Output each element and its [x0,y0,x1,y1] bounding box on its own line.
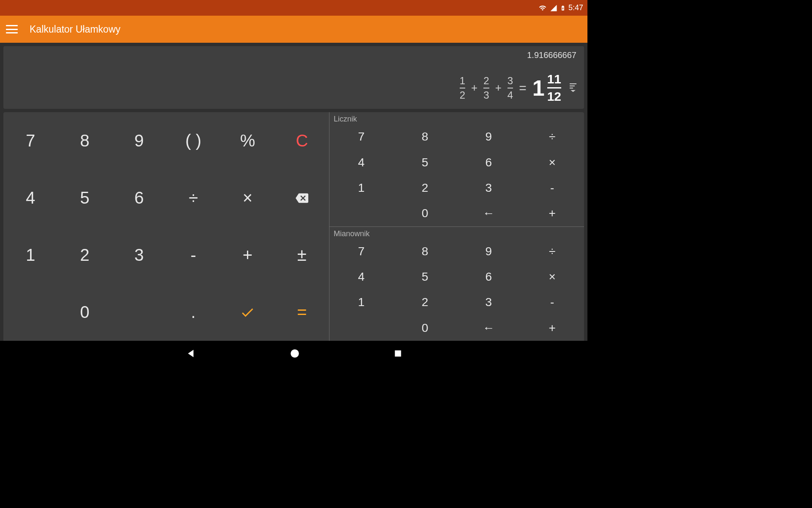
den-key-divide[interactable]: ÷ [521,239,584,264]
key-9[interactable]: 9 [112,112,166,169]
key-clear[interactable]: C [275,112,329,169]
nav-home-icon[interactable] [289,348,300,361]
numerator-label: Licznik [329,112,584,124]
svg-rect-1 [395,350,401,356]
num-key-4[interactable]: 4 [329,149,393,175]
den-key-3[interactable]: 3 [457,290,521,315]
den-key-minus[interactable]: - [521,290,584,315]
key-8[interactable]: 8 [58,112,112,169]
key-plusminus[interactable]: ± [275,226,329,284]
num-key-3[interactable]: 3 [457,175,521,201]
den-key-back[interactable]: ← [457,315,521,341]
num-key-plus[interactable]: + [521,201,584,226]
den-key-0[interactable]: 0 [393,315,457,341]
den-key-8[interactable]: 8 [393,239,457,264]
denominator-label: Mianownik [329,227,584,239]
key-blank [3,284,58,341]
num-key-5[interactable]: 5 [393,149,457,175]
key-equals[interactable]: = [275,284,329,341]
key-3[interactable]: 3 [112,226,166,284]
equals-sign: = [519,81,527,95]
num-key-1[interactable]: 1 [329,175,393,201]
fraction-keypad: Licznik 7 8 9 ÷ 4 5 6 × 1 2 3 - [329,112,584,341]
den-key-2[interactable]: 2 [393,290,457,315]
key-minus[interactable]: - [166,226,220,284]
nav-back-icon[interactable] [185,348,196,361]
num-key-6[interactable]: 6 [457,149,521,175]
status-bar: 5:47 [0,0,587,16]
den-key-multiply[interactable]: × [521,264,584,290]
key-4[interactable]: 4 [3,169,58,226]
calculation-display: 1.916666667 1 2 + 2 3 + 3 4 = 1 [3,46,584,109]
key-7[interactable]: 7 [3,112,58,169]
den-key-plus[interactable]: + [521,315,584,341]
key-blank [112,284,166,341]
navigation-bar [0,341,587,367]
den-key-7[interactable]: 7 [329,239,393,264]
key-1[interactable]: 1 [3,226,58,284]
key-percent[interactable]: % [220,112,274,169]
num-key-blank [329,201,393,226]
main-keypad: 7 8 9 ( ) % C 4 5 6 ÷ × 1 2 3 - + ± [3,112,329,341]
key-check[interactable] [220,284,274,341]
svg-point-0 [291,349,299,358]
app-title: Kalkulator Ułamkowy [30,24,121,35]
signal-icon [550,4,557,12]
decimal-result: 1.916666667 [527,50,576,60]
wifi-icon [538,4,547,12]
menu-icon[interactable] [6,25,18,33]
status-time: 5:47 [568,3,583,12]
num-key-minus[interactable]: - [521,175,584,201]
num-key-0[interactable]: 0 [393,201,457,226]
battery-charging-icon [560,4,566,12]
fraction-2: 2 3 [483,76,489,100]
key-plus[interactable]: + [220,226,274,284]
den-key-6[interactable]: 6 [457,264,521,290]
den-key-5[interactable]: 5 [393,264,457,290]
num-key-back[interactable]: ← [457,201,521,226]
key-6[interactable]: 6 [112,169,166,226]
key-0[interactable]: 0 [58,284,112,341]
num-key-multiply[interactable]: × [521,149,584,175]
key-parentheses[interactable]: ( ) [166,112,220,169]
app-bar: Kalkulator Ułamkowy [0,16,587,43]
numerator-section: Licznik 7 8 9 ÷ 4 5 6 × 1 2 3 - [329,112,584,227]
fraction-3: 3 4 [508,76,513,100]
key-2[interactable]: 2 [58,226,112,284]
plus-icon: + [495,81,502,94]
num-key-9[interactable]: 9 [457,124,521,149]
num-key-divide[interactable]: ÷ [521,124,584,149]
den-key-blank [329,315,393,341]
num-key-8[interactable]: 8 [393,124,457,149]
nav-recent-icon[interactable] [393,349,403,360]
num-key-7[interactable]: 7 [329,124,393,149]
key-divide[interactable]: ÷ [166,169,220,226]
fraction-1: 1 2 [460,76,465,100]
key-decimal[interactable]: . [166,284,220,341]
den-key-9[interactable]: 9 [457,239,521,264]
den-key-4[interactable]: 4 [329,264,393,290]
fraction-result: 1 11 12 [532,73,561,103]
denominator-section: Mianownik 7 8 9 ÷ 4 5 6 × 1 2 3 - [329,227,584,341]
keypad-area: 7 8 9 ( ) % C 4 5 6 ÷ × 1 2 3 - + ± [3,112,584,341]
key-multiply[interactable]: × [220,169,274,226]
plus-icon: + [471,81,477,94]
fraction-expression: 1 2 + 2 3 + 3 4 = 1 11 12 [460,73,576,103]
expand-steps-icon[interactable] [570,83,576,93]
num-key-2[interactable]: 2 [393,175,457,201]
key-backspace[interactable] [275,169,329,226]
key-5[interactable]: 5 [58,169,112,226]
den-key-1[interactable]: 1 [329,290,393,315]
